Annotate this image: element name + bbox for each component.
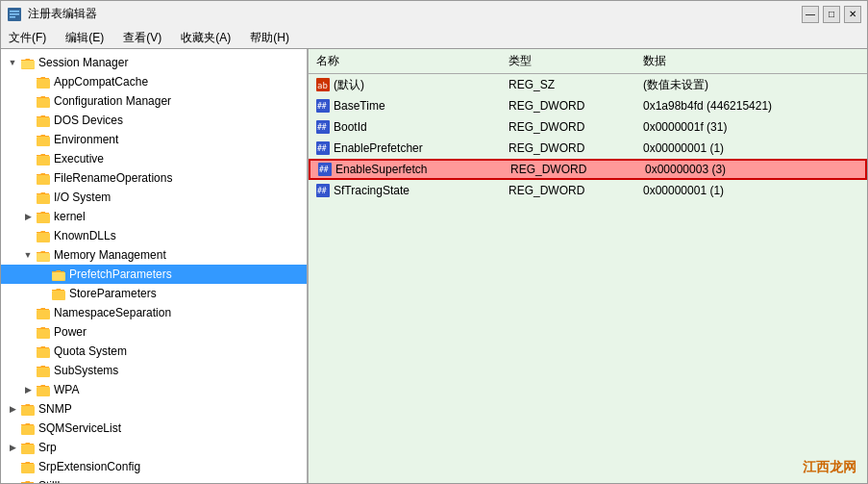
expand-icon[interactable] — [20, 324, 36, 340]
expand-icon[interactable] — [5, 420, 20, 436]
tree-item-snmp[interactable]: ▶ SNMP — [1, 399, 307, 419]
folder-icon — [36, 363, 51, 378]
expand-icon[interactable]: ▼ — [20, 247, 36, 263]
minimize-button[interactable]: — — [802, 6, 819, 23]
tree-item-filerename[interactable]: FileRenameOperations — [1, 168, 307, 188]
table-row[interactable]: ##BaseTimeREG_DWORD0x1a98b4fd (446215421… — [309, 95, 867, 116]
tree-item-environment[interactable]: Environment — [1, 130, 307, 149]
svg-rect-7 — [37, 98, 50, 108]
main-window: ▼ Session Manager AppCompatCache Configu… — [0, 48, 868, 484]
table-row[interactable]: ab(默认)REG_SZ(数值未设置) — [309, 74, 867, 95]
folder-icon — [36, 228, 51, 243]
expand-icon[interactable] — [20, 93, 36, 109]
tree-item-session-manager[interactable]: ▼ Session Manager — [1, 53, 307, 72]
svg-text:##: ## — [317, 102, 327, 111]
col-header-type: 类型 — [501, 51, 635, 71]
expand-icon[interactable]: ▼ — [5, 55, 20, 70]
tree-item-label: SNMP — [38, 402, 72, 416]
expand-icon[interactable] — [20, 170, 36, 186]
svg-text:##: ## — [317, 123, 327, 132]
reg-value-icon: ## — [318, 163, 332, 176]
cell-name-text: EnableSuperfetch — [335, 163, 427, 176]
svg-rect-9 — [37, 137, 50, 146]
expand-icon[interactable] — [20, 344, 36, 359]
tree-item-dos-devices[interactable]: DOS Devices — [1, 111, 307, 130]
expand-icon[interactable] — [36, 267, 51, 282]
table-row[interactable]: ##BootIdREG_DWORD0x0000001f (31) — [309, 116, 867, 138]
table-row[interactable]: ##EnableSuperfetchREG_DWORD0x00000003 (3… — [309, 159, 867, 180]
tree-item-label: AppCompatCache — [54, 75, 148, 89]
tree-item-namespace[interactable]: NamespaceSeparation — [1, 303, 307, 322]
tree-item-label: SQMServiceList — [38, 421, 121, 435]
tree-item-store-params[interactable]: StoreParameters — [1, 284, 307, 303]
tree-item-prefetch[interactable]: PrefetchParameters — [1, 265, 307, 284]
expand-icon[interactable] — [5, 459, 20, 474]
expand-icon[interactable] — [20, 74, 36, 89]
svg-rect-24 — [37, 387, 50, 396]
expand-icon[interactable] — [36, 286, 51, 301]
expand-icon[interactable] — [20, 363, 36, 378]
cell-data-basetime: 0x1a98b4fd (446215421) — [635, 98, 867, 114]
tree-item-memory-mgmt[interactable]: ▼ Memory Management — [1, 245, 307, 265]
tree-item-stillimage[interactable]: ▶ StillImage — [1, 476, 307, 483]
close-button[interactable]: ✕ — [844, 6, 861, 23]
menu-item[interactable]: 收藏夹(A) — [177, 28, 235, 48]
menu-item[interactable]: 帮助(H) — [246, 28, 293, 48]
folder-icon — [36, 344, 51, 359]
tree-item-knowndlls[interactable]: KnownDLLs — [1, 226, 307, 245]
reg-value-icon: ## — [316, 184, 330, 197]
tree-item-kernel[interactable]: ▶ kernel — [1, 207, 307, 226]
svg-rect-8 — [37, 117, 50, 127]
col-header-name: 名称 — [309, 51, 501, 71]
expand-icon[interactable] — [20, 228, 36, 243]
svg-text:ab: ab — [317, 81, 328, 90]
right-pane[interactable]: 名称 类型 数据 ab(默认)REG_SZ(数值未设置)##BaseTimeRE… — [309, 49, 867, 483]
tree-pane[interactable]: ▼ Session Manager AppCompatCache Configu… — [1, 49, 309, 483]
tree-item-config-manager[interactable]: Configuration Manager — [1, 91, 307, 111]
folder-icon — [51, 286, 66, 301]
tree-item-wpa[interactable]: ▶ WPA — [1, 380, 307, 399]
maximize-button[interactable]: □ — [823, 6, 840, 23]
expand-icon[interactable]: ▶ — [20, 382, 36, 397]
svg-rect-14 — [37, 233, 50, 242]
tree-item-appcompat[interactable]: AppCompatCache — [1, 72, 307, 91]
tree-item-srpext[interactable]: SrpExtensionConfig — [1, 457, 307, 476]
tree-item-label: kernel — [54, 210, 86, 223]
menu-item[interactable]: 文件(F) — [5, 28, 50, 48]
tree-item-power[interactable]: Power — [1, 322, 307, 342]
expand-icon[interactable]: ▶ — [5, 401, 20, 417]
table-row[interactable]: ##SfTracingStateREG_DWORD0x00000001 (1) — [309, 180, 867, 201]
svg-rect-13 — [37, 214, 50, 223]
expand-icon[interactable] — [20, 113, 36, 128]
tree-item-label: Srp — [38, 441, 57, 454]
tree-item-label: Configuration Manager — [54, 94, 171, 108]
cell-name-text: EnablePrefetcher — [334, 141, 423, 155]
expand-icon[interactable] — [20, 305, 36, 320]
folder-icon — [36, 190, 51, 205]
menu-item[interactable]: 查看(V) — [119, 28, 165, 48]
expand-icon[interactable]: ▶ — [5, 478, 20, 483]
window-controls[interactable]: — □ ✕ — [802, 6, 861, 23]
tree-item-io-system[interactable]: I/O System — [1, 188, 307, 207]
menu-item[interactable]: 编辑(E) — [62, 28, 108, 48]
cell-data-bootid: 0x0000001f (31) — [635, 119, 867, 135]
svg-text:##: ## — [317, 187, 327, 195]
tree-item-quota[interactable]: Quota System — [1, 342, 307, 361]
expand-icon[interactable] — [20, 132, 36, 147]
tree-item-srp[interactable]: ▶ Srp — [1, 438, 307, 457]
expand-icon[interactable] — [20, 151, 36, 166]
cell-name-text: (默认) — [334, 77, 364, 93]
expand-icon[interactable]: ▶ — [5, 440, 20, 455]
tree-item-label: FileRenameOperations — [54, 171, 172, 185]
folder-icon — [36, 151, 51, 166]
expand-icon[interactable]: ▶ — [20, 209, 36, 224]
tree-item-subsystems[interactable]: SubSystems — [1, 361, 307, 380]
tree-item-executive[interactable]: Executive — [1, 149, 307, 168]
tree-item-sqmservice[interactable]: SQMServiceList — [1, 419, 307, 438]
watermark: 江西龙网 — [803, 459, 856, 476]
table-row[interactable]: ##EnablePrefetcherREG_DWORD0x00000001 (1… — [309, 138, 867, 159]
tree-item-label: NamespaceSeparation — [54, 306, 171, 319]
cell-type-default: REG_SZ — [501, 77, 635, 92]
expand-icon[interactable] — [20, 190, 36, 205]
svg-rect-18 — [52, 272, 65, 280]
